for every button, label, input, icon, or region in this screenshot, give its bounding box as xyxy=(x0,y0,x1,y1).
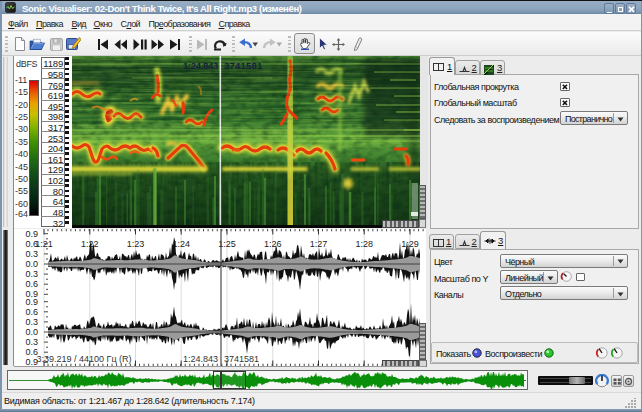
svg-text:3741581: 3741581 xyxy=(224,60,263,71)
svg-text:0.3: 0.3 xyxy=(25,249,38,259)
svg-text:0.9: 0.9 xyxy=(25,229,38,239)
svg-text:1:23: 1:23 xyxy=(127,239,145,249)
svg-text:1:26: 1:26 xyxy=(264,239,282,249)
svg-text:0.0: 0.0 xyxy=(25,259,38,269)
svg-text:0.3: 0.3 xyxy=(25,337,38,347)
svg-text:1:27: 1:27 xyxy=(310,239,328,249)
svg-text:3:39.219 / 44100 Гц (R): 3:39.219 / 44100 Гц (R) xyxy=(37,354,132,364)
svg-text:0.6: 0.6 xyxy=(25,307,38,317)
svg-text:0.0: 0.0 xyxy=(25,327,38,337)
svg-text:0.3: 0.3 xyxy=(25,317,38,327)
svg-text:1:24.843: 1:24.843 xyxy=(183,60,218,71)
svg-text:0.6: 0.6 xyxy=(25,279,38,289)
svg-text:3741581: 3741581 xyxy=(224,354,259,364)
svg-text:1:28: 1:28 xyxy=(355,239,373,249)
svg-text:1:29: 1:29 xyxy=(401,239,419,249)
svg-text:1:24.843: 1:24.843 xyxy=(183,354,218,364)
svg-text:0.9: 0.9 xyxy=(25,297,38,307)
svg-text:0.6: 0.6 xyxy=(25,239,38,249)
svg-text:0.3: 0.3 xyxy=(25,269,38,279)
